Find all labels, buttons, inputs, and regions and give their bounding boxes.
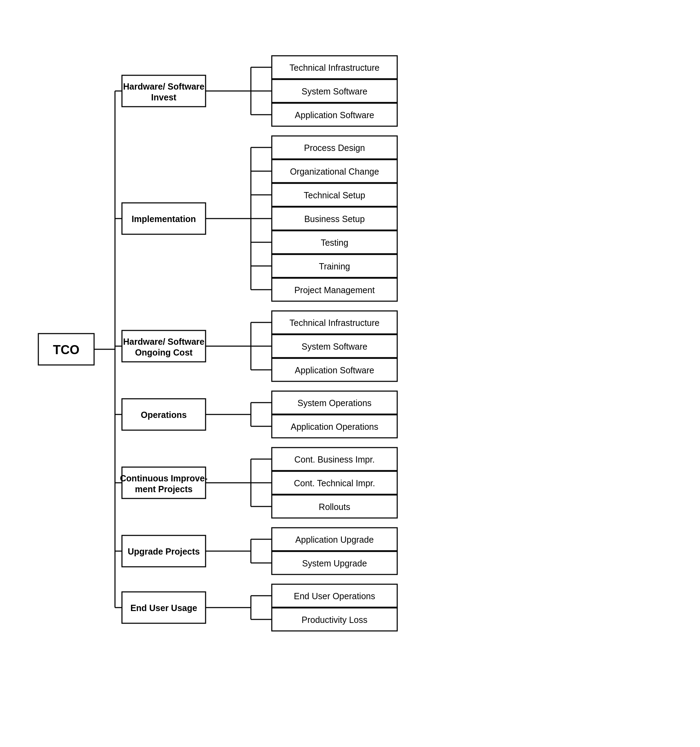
svg-text:TCO: TCO xyxy=(53,343,80,357)
svg-text:Business Setup: Business Setup xyxy=(304,214,365,224)
svg-text:Process Design: Process Design xyxy=(304,143,365,153)
svg-text:Technical Infrastructure: Technical Infrastructure xyxy=(290,63,379,73)
svg-text:Application Software: Application Software xyxy=(295,365,374,375)
svg-text:Organizational Change: Organizational Change xyxy=(290,166,379,176)
svg-text:System Upgrade: System Upgrade xyxy=(302,558,367,568)
svg-text:End User Usage: End User Usage xyxy=(130,603,197,613)
diagram-container: TCOHardware/ SoftwareInvestTechnical Inf… xyxy=(14,35,686,659)
svg-text:Technical Setup: Technical Setup xyxy=(304,191,365,200)
svg-text:Productivity Loss: Productivity Loss xyxy=(302,615,368,625)
svg-text:Cont. Business Impr.: Cont. Business Impr. xyxy=(294,455,375,464)
svg-text:Application Operations: Application Operations xyxy=(291,422,379,431)
svg-text:Operations: Operations xyxy=(141,410,187,420)
svg-text:Implementation: Implementation xyxy=(132,214,196,224)
svg-text:Application Software: Application Software xyxy=(295,110,374,120)
svg-text:Training: Training xyxy=(319,262,350,271)
svg-text:System Software: System Software xyxy=(302,86,368,96)
svg-text:Testing: Testing xyxy=(321,238,348,248)
svg-text:Rollouts: Rollouts xyxy=(319,502,350,512)
svg-text:System Operations: System Operations xyxy=(297,398,372,408)
svg-text:Continuous Improve-: Continuous Improve- xyxy=(120,473,207,483)
tco-tree-diagram: TCOHardware/ SoftwareInvestTechnical Inf… xyxy=(28,35,690,659)
svg-text:System Software: System Software xyxy=(302,342,368,351)
svg-text:Cont. Technical Impr.: Cont. Technical Impr. xyxy=(294,478,375,488)
svg-text:End User Operations: End User Operations xyxy=(294,591,375,601)
svg-text:Upgrade Projects: Upgrade Projects xyxy=(128,547,200,556)
svg-text:Hardware/ Software: Hardware/ Software xyxy=(123,337,205,346)
svg-text:Invest: Invest xyxy=(151,92,177,102)
svg-text:Hardware/ Software: Hardware/ Software xyxy=(123,82,205,91)
svg-text:Ongoing Cost: Ongoing Cost xyxy=(135,348,193,357)
svg-text:ment Projects: ment Projects xyxy=(135,484,192,494)
svg-text:Project Management: Project Management xyxy=(294,285,375,295)
svg-text:Application Upgrade: Application Upgrade xyxy=(295,535,374,544)
svg-text:Technical Infrastructure: Technical Infrastructure xyxy=(290,318,379,328)
